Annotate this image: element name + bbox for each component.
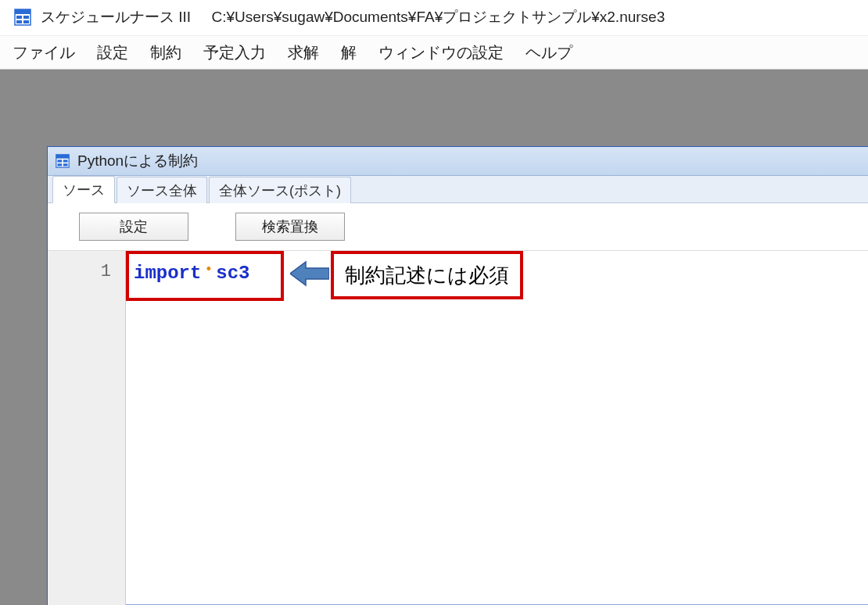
keyword-import: import [134, 263, 201, 284]
child-window-icon [56, 154, 70, 168]
code-area[interactable]: import•sc3 制約記述には必須 [126, 251, 868, 605]
tab-source-all-post[interactable]: 全体ソース(ポスト) [209, 177, 351, 203]
child-toolbar: 設定 検索置換 [48, 203, 868, 250]
svg-rect-10 [57, 163, 62, 166]
svg-rect-3 [23, 16, 29, 19]
menu-constraints[interactable]: 制約 [150, 42, 181, 63]
code-line-1[interactable]: import•sc3 [134, 257, 249, 291]
menu-window-settings[interactable]: ウィンドウの設定 [378, 42, 504, 63]
python-constraint-window: Pythonによる制約 ソース ソース全体 全体ソース(ポスト) 設定 検索置換… [47, 146, 868, 605]
app-name: スケジュールナース III [41, 9, 191, 25]
tab-source-all[interactable]: ソース全体 [117, 177, 207, 203]
svg-rect-7 [56, 155, 69, 159]
menu-solution[interactable]: 解 [341, 42, 357, 63]
app-title: スケジュールナース III C:¥Users¥sugaw¥Documents¥F… [41, 7, 665, 27]
svg-rect-1 [15, 9, 30, 14]
code-editor: 1 import•sc3 制約記述には必須 [48, 250, 868, 605]
child-window-title: Pythonによる制約 [77, 151, 198, 171]
menu-solve[interactable]: 求解 [288, 42, 319, 63]
menu-help[interactable]: ヘルプ [525, 42, 572, 63]
svg-rect-4 [16, 20, 22, 23]
whitespace-dot-icon: • [204, 262, 213, 277]
app-icon [14, 9, 31, 26]
file-path: C:¥Users¥sugaw¥Documents¥FA¥プロジェクトサンプル¥x… [212, 9, 665, 25]
menu-settings[interactable]: 設定 [97, 42, 128, 63]
module-sc3: sc3 [216, 263, 249, 284]
svg-rect-8 [57, 159, 62, 162]
search-replace-button[interactable]: 検索置換 [235, 213, 345, 241]
tab-row: ソース ソース全体 全体ソース(ポスト) [48, 176, 868, 203]
annotation-arrow-icon [290, 260, 329, 299]
menu-schedule-input[interactable]: 予定入力 [203, 42, 266, 63]
svg-marker-12 [290, 262, 329, 285]
tab-source[interactable]: ソース [52, 176, 115, 203]
annotation-text-box: 制約記述には必須 [331, 251, 523, 299]
svg-rect-11 [63, 163, 68, 166]
mdi-client-area: Pythonによる制約 ソース ソース全体 全体ソース(ポスト) 設定 検索置換… [0, 70, 868, 605]
child-title-bar[interactable]: Pythonによる制約 [48, 147, 868, 176]
svg-rect-5 [23, 20, 29, 23]
menu-file[interactable]: ファイル [13, 42, 75, 63]
svg-rect-9 [63, 159, 68, 162]
line-number: 1 [48, 256, 111, 288]
menu-bar: ファイル 設定 制約 予定入力 求解 解 ウィンドウの設定 ヘルプ [0, 35, 868, 70]
main-title-bar: スケジュールナース III C:¥Users¥sugaw¥Documents¥F… [0, 0, 868, 35]
line-number-gutter: 1 [48, 251, 126, 605]
svg-rect-2 [16, 16, 22, 19]
settings-button[interactable]: 設定 [79, 213, 188, 241]
